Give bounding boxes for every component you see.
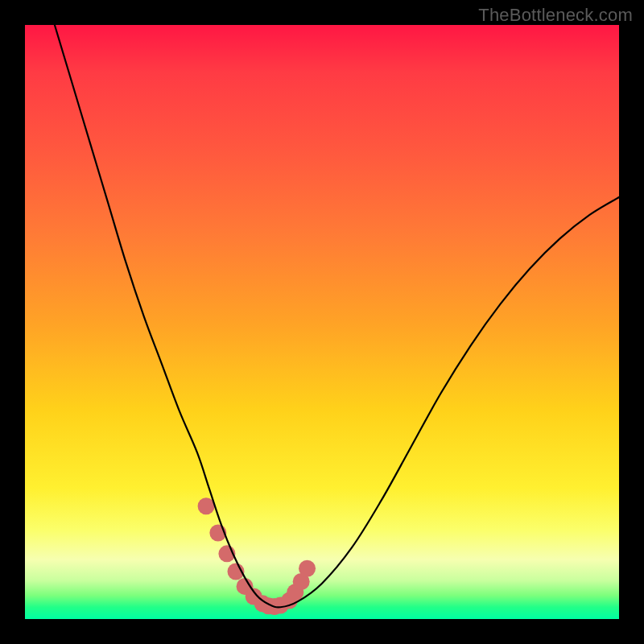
chart-svg	[25, 25, 619, 619]
marker-group	[198, 497, 316, 615]
bottleneck-curve-path	[55, 25, 619, 607]
highlight-dot	[198, 497, 215, 514]
watermark-text: TheBottleneck.com	[478, 5, 633, 26]
chart-plot-area	[25, 25, 619, 619]
chart-frame: TheBottleneck.com	[0, 0, 644, 644]
highlight-dot	[299, 560, 316, 577]
